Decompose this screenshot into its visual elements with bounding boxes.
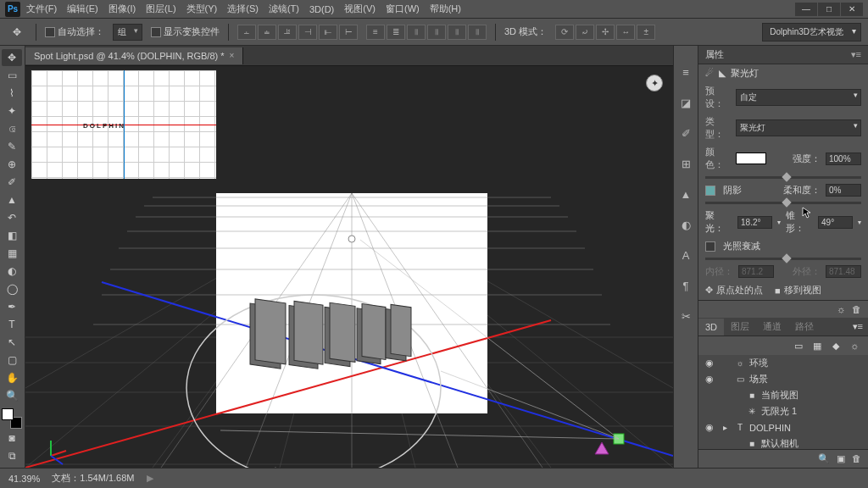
pan-icon[interactable]: ✢ bbox=[596, 25, 615, 40]
paragraph-panel-icon[interactable]: ¶ bbox=[676, 276, 695, 295]
move-tool[interactable]: ✥ bbox=[2, 49, 22, 66]
menu-type[interactable]: 类型(Y) bbox=[182, 0, 222, 18]
render-icon[interactable]: ☼ bbox=[837, 304, 845, 314]
dist-1-icon[interactable]: ≡ bbox=[366, 25, 385, 40]
pen-tool[interactable]: ✒ bbox=[2, 298, 22, 315]
brush-panel-icon[interactable]: ✐ bbox=[676, 124, 695, 142]
color-swatches[interactable] bbox=[2, 408, 22, 429]
auto-select-check[interactable]: 自动选择： bbox=[45, 25, 104, 38]
delete-icon[interactable]: 🗑 bbox=[852, 304, 861, 314]
document-tab[interactable]: Spot Light.psd @ 41.4% (DOLPHIN, RGB/8) … bbox=[25, 47, 243, 64]
eyedropper-tool[interactable]: ✎ bbox=[2, 138, 22, 155]
close-tab-icon[interactable]: × bbox=[230, 51, 235, 60]
shadow-check[interactable] bbox=[705, 186, 715, 196]
menu-filter[interactable]: 滤镜(T) bbox=[264, 0, 303, 18]
align-left-icon[interactable]: ⊣ bbox=[298, 25, 317, 40]
path-tool[interactable]: ↖ bbox=[2, 334, 22, 351]
dist-3-icon[interactable]: ⦀ bbox=[407, 25, 426, 40]
window-close[interactable]: ✕ bbox=[841, 3, 863, 16]
tab-paths[interactable]: 路径 bbox=[788, 317, 821, 336]
clone-panel-icon[interactable]: ▲ bbox=[676, 185, 695, 203]
menu-file[interactable]: 文件(F) bbox=[22, 0, 61, 18]
stamp-tool[interactable]: ▲ bbox=[2, 191, 22, 208]
menu-edit[interactable]: 编辑(E) bbox=[63, 0, 103, 18]
falloff-check[interactable] bbox=[705, 241, 715, 252]
tab-3d[interactable]: 3D bbox=[698, 319, 724, 336]
tree-item[interactable]: ◉▸TDOLPHIN bbox=[698, 419, 868, 435]
screenmode-tool[interactable]: ⧉ bbox=[2, 447, 22, 464]
crop-tool[interactable]: ⟃ bbox=[2, 120, 22, 137]
panel-menu-icon[interactable]: ▾≡ bbox=[851, 49, 861, 60]
eraser-tool[interactable]: ◧ bbox=[2, 227, 22, 244]
tree-item[interactable]: ■当前视图 bbox=[698, 387, 868, 403]
shape-tool[interactable]: ▢ bbox=[2, 352, 22, 369]
history-brush-tool[interactable]: ↶ bbox=[2, 209, 22, 226]
zoom-tool[interactable]: 🔍 bbox=[2, 387, 22, 404]
panel3d-menu-icon[interactable]: ▾≡ bbox=[848, 321, 868, 332]
navigator-panel[interactable]: DOLPHIN bbox=[31, 69, 217, 180]
filter-mesh-icon[interactable]: ▦ bbox=[810, 340, 824, 352]
text-tool[interactable]: T bbox=[2, 316, 22, 333]
lasso-tool[interactable]: ⌇ bbox=[2, 85, 22, 102]
tab-layers[interactable]: 图层 bbox=[724, 317, 756, 336]
intensity-input[interactable]: 100% bbox=[826, 152, 861, 165]
quickmask-tool[interactable]: ◙ bbox=[2, 430, 22, 446]
reset-action[interactable]: ■ 移到视图 bbox=[775, 284, 821, 297]
zoom-level[interactable]: 41.39% bbox=[8, 474, 40, 484]
zoom-icon[interactable]: ± bbox=[637, 25, 655, 40]
align-right-icon[interactable]: ⊢ bbox=[339, 25, 358, 40]
kind-select[interactable]: 聚光灯 bbox=[736, 119, 861, 136]
tree-item[interactable]: ◉☼环境 bbox=[698, 355, 868, 371]
gradient-tool[interactable]: ▦ bbox=[2, 245, 22, 262]
workspace-select[interactable]: Dolphin3D艺术视觉 bbox=[762, 23, 861, 42]
heal-tool[interactable]: ⊕ bbox=[2, 156, 22, 173]
menu-3d[interactable]: 3D(D) bbox=[305, 2, 338, 17]
align-top-icon[interactable]: ⫠ bbox=[237, 25, 256, 40]
search-icon[interactable]: 🔍 bbox=[818, 453, 830, 464]
menu-view[interactable]: 视图(V) bbox=[340, 0, 380, 18]
filter-light-icon[interactable]: ☼ bbox=[848, 340, 861, 352]
tree-item[interactable]: ◉▭场景 bbox=[698, 371, 868, 387]
intensity-slider[interactable] bbox=[705, 176, 861, 179]
adjust-panel-icon[interactable]: ◐ bbox=[676, 215, 695, 234]
brush-tool[interactable]: ✐ bbox=[2, 174, 22, 191]
swatches-panel-icon[interactable]: ⊞ bbox=[676, 154, 695, 173]
falloff-slider[interactable] bbox=[705, 258, 861, 260]
tree-item[interactable]: ✳无限光 1 bbox=[698, 403, 868, 419]
soft-slider[interactable] bbox=[705, 202, 861, 204]
color-swatch[interactable] bbox=[736, 152, 766, 164]
align-hcenter-icon[interactable]: ⫦ bbox=[319, 25, 337, 40]
filter-scene-icon[interactable]: ▭ bbox=[792, 340, 805, 352]
dodge-tool[interactable]: ◯ bbox=[2, 280, 22, 297]
menu-help[interactable]: 帮助(H) bbox=[426, 0, 465, 18]
canvas-area[interactable]: Spot Light.psd @ 41.4% (DOLPHIN, RGB/8) … bbox=[25, 46, 673, 468]
menu-image[interactable]: 图像(I) bbox=[104, 0, 140, 18]
dist-2-icon[interactable]: ≣ bbox=[387, 25, 405, 40]
menu-select[interactable]: 选择(S) bbox=[223, 0, 263, 18]
trash-icon[interactable]: 🗑 bbox=[852, 453, 861, 464]
cone-input[interactable]: 49° bbox=[818, 216, 853, 229]
history-panel-icon[interactable]: ≡ bbox=[676, 63, 695, 81]
foreground-swatch[interactable] bbox=[2, 408, 14, 420]
wand-tool[interactable]: ✦ bbox=[2, 103, 22, 119]
play-icon[interactable]: ▶ bbox=[147, 473, 153, 484]
dist-5-icon[interactable]: ⦀ bbox=[448, 25, 466, 40]
tab-channels[interactable]: 通道 bbox=[756, 317, 788, 336]
doc-info[interactable]: 文档：1.54M/1.68M bbox=[52, 472, 134, 485]
properties-header[interactable]: 属性▾≡ bbox=[698, 46, 868, 64]
focus-input[interactable]: 18.2° bbox=[737, 216, 772, 229]
show-transform-check[interactable]: 显示变换控件 bbox=[151, 25, 220, 38]
tree-item[interactable]: ■默认相机 bbox=[698, 435, 868, 449]
character-panel-icon[interactable]: A bbox=[676, 246, 695, 264]
marquee-tool[interactable]: ▭ bbox=[2, 67, 22, 84]
menu-window[interactable]: 窗口(W) bbox=[381, 0, 424, 18]
orbit-icon[interactable]: ⟳ bbox=[555, 25, 574, 40]
target-select[interactable]: 组 bbox=[113, 24, 142, 41]
window-maximize[interactable]: □ bbox=[818, 3, 840, 16]
preset-select[interactable]: 自定 bbox=[736, 89, 861, 106]
roll-icon[interactable]: ⤾ bbox=[576, 25, 594, 40]
blur-tool[interactable]: ◐ bbox=[2, 263, 22, 280]
styles-panel-icon[interactable]: ✂ bbox=[676, 307, 695, 325]
new-icon[interactable]: ▣ bbox=[837, 453, 845, 464]
soft-input[interactable]: 0% bbox=[826, 184, 861, 197]
